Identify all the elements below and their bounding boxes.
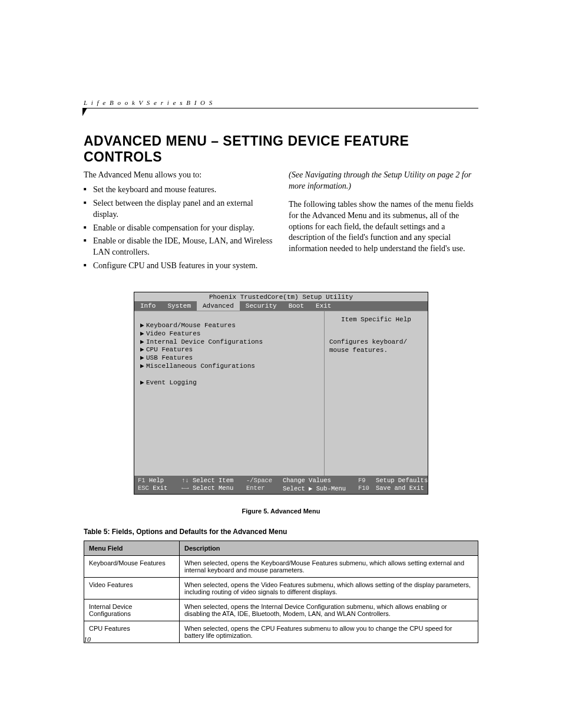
table-cell-desc: When selected, opens the CPU Features su…: [180, 621, 478, 643]
bios-screenshot: Phoenix TrustedCore(tm) Setup Utility In…: [134, 292, 428, 495]
submenu-arrow-icon: ▶: [140, 346, 146, 354]
submenu-arrow-icon: ▶: [140, 338, 146, 347]
bios-tab-boot[interactable]: Boot: [283, 301, 310, 311]
bios-menu-label: Keyboard/Mouse Features: [146, 322, 236, 329]
table-header: Menu Field: [84, 541, 180, 556]
submenu-arrow-icon: ▶: [140, 322, 146, 330]
key-f10: F10: [358, 485, 369, 492]
feature-bullet-list: Set the keyboard and mouse features. Sel…: [84, 185, 273, 272]
corner-mark-icon: [82, 108, 87, 116]
submenu-arrow-icon: ▶: [140, 379, 146, 387]
key-minus-space: -/Space: [246, 477, 272, 484]
key-label: Select Item: [193, 477, 233, 484]
list-item: Enable or disable the IDE, Mouse, LAN, a…: [84, 236, 273, 258]
key-label: Change Values: [283, 477, 331, 484]
bios-menu-label: Internal Device Configurations: [146, 338, 263, 345]
bios-menu-label: USB Features: [146, 354, 193, 361]
see-note: (See Navigating through the Setup Utilit…: [289, 170, 478, 192]
bios-menu-item[interactable]: ▶CPU Features: [140, 346, 320, 354]
bios-tab-advanced[interactable]: Advanced: [197, 301, 240, 311]
submenu-arrow-icon: ▶: [140, 363, 146, 371]
table-cell-desc: When selected, opens the Keyboard/Mouse …: [180, 556, 478, 578]
bios-tab-bar: Info System Advanced Security Boot Exit: [134, 301, 428, 311]
table-row: Keyboard/Mouse Features When selected, o…: [84, 556, 478, 578]
key-label: Select ▶ Sub-Menu: [283, 485, 346, 492]
figure-caption: Figure 5. Advanced Menu: [84, 508, 478, 515]
bios-menu-label: Miscellaneous Configurations: [146, 363, 255, 370]
table-caption: Table 5: Fields, Options and Defaults fo…: [84, 528, 478, 536]
bios-footer: F1 Help ↑↓ Select Item -/Space Change Va…: [134, 476, 428, 494]
key-label: Setup Defaults: [376, 477, 428, 484]
table-cell-desc: When selected, opens the Internal Device…: [180, 599, 478, 621]
two-column-body: The Advanced Menu allows you to: Set the…: [84, 170, 478, 274]
bios-menu-item[interactable]: ▶Miscellaneous Configurations: [140, 363, 320, 371]
table-cell-field: Keyboard/Mouse Features: [84, 556, 180, 578]
bios-menu-item[interactable]: ▶Video Features: [140, 330, 320, 338]
bios-menu-label: CPU Features: [146, 346, 193, 353]
list-item: Select between the display panel and an …: [84, 198, 273, 220]
bios-tab-security[interactable]: Security: [240, 301, 283, 311]
key-f9: F9: [358, 477, 366, 484]
key-label: Save and Exit: [376, 485, 424, 492]
bios-menu-item[interactable]: ▶Internal Device Configurations: [140, 338, 320, 347]
intro-text: The Advanced Menu allows you to:: [84, 170, 273, 181]
table-cell-field: Internal Device Configurations: [84, 599, 180, 621]
table-row: Video Features When selected, opens the …: [84, 578, 478, 599]
bios-help-body: Configures keyboard/ mouse features.: [329, 338, 423, 355]
fields-table: Menu Field Description Keyboard/Mouse Fe…: [84, 541, 478, 643]
key-f1: F1: [138, 477, 146, 484]
table-row: CPU Features When selected, opens the CP…: [84, 621, 478, 643]
table-cell-field: CPU Features: [84, 621, 180, 643]
bios-help-panel: Item Specific Help Configures keyboard/ …: [325, 311, 428, 476]
table-cell-field: Video Features: [84, 578, 180, 599]
table-header: Description: [180, 541, 478, 556]
list-item: Configure CPU and USB features in your s…: [84, 261, 273, 272]
running-header: L i f e B o o k V S e r i e s B I O S: [84, 99, 478, 108]
list-item: Set the keyboard and mouse features.: [84, 185, 273, 196]
key-arrows-lr-icon: ←→: [181, 485, 189, 492]
description-paragraph: The following tables show the names of t…: [289, 199, 478, 255]
page-number: 10: [84, 635, 91, 644]
bios-help-title: Item Specific Help: [329, 316, 423, 323]
key-enter: Enter: [246, 485, 265, 492]
page-title: ADVANCED MENU – SETTING DEVICE FEATURE C…: [84, 133, 478, 165]
bios-tab-info[interactable]: Info: [134, 301, 161, 311]
table-row: Internal Device Configurations When sele…: [84, 599, 478, 621]
bios-menu-item[interactable]: ▶USB Features: [140, 354, 320, 363]
bios-tab-system[interactable]: System: [161, 301, 197, 311]
key-label: Select Menu: [193, 485, 233, 492]
submenu-arrow-icon: ▶: [140, 354, 146, 363]
key-arrows-ud-icon: ↑↓: [181, 477, 189, 484]
bios-title: Phoenix TrustedCore(tm) Setup Utility: [134, 292, 428, 301]
table-cell-desc: When selected, opens the Video Features …: [180, 578, 478, 599]
bios-menu-label: Video Features: [146, 330, 200, 337]
right-column: (See Navigating through the Setup Utilit…: [289, 170, 478, 274]
list-item: Enable or disable compensation for your …: [84, 223, 273, 234]
key-label: Exit: [153, 485, 167, 492]
bios-menu-item[interactable]: ▶Event Logging: [140, 379, 320, 387]
bios-menu-item[interactable]: ▶Keyboard/Mouse Features: [140, 322, 320, 330]
bios-menu-list: ▶Keyboard/Mouse Features ▶Video Features…: [134, 311, 325, 476]
key-label: Help: [149, 477, 164, 484]
table-header-row: Menu Field Description: [84, 541, 478, 556]
left-column: The Advanced Menu allows you to: Set the…: [84, 170, 273, 274]
key-esc: ESC: [138, 485, 149, 492]
bios-menu-label: Event Logging: [146, 379, 197, 386]
bios-tab-exit[interactable]: Exit: [310, 301, 337, 311]
submenu-arrow-icon: ▶: [140, 330, 146, 338]
